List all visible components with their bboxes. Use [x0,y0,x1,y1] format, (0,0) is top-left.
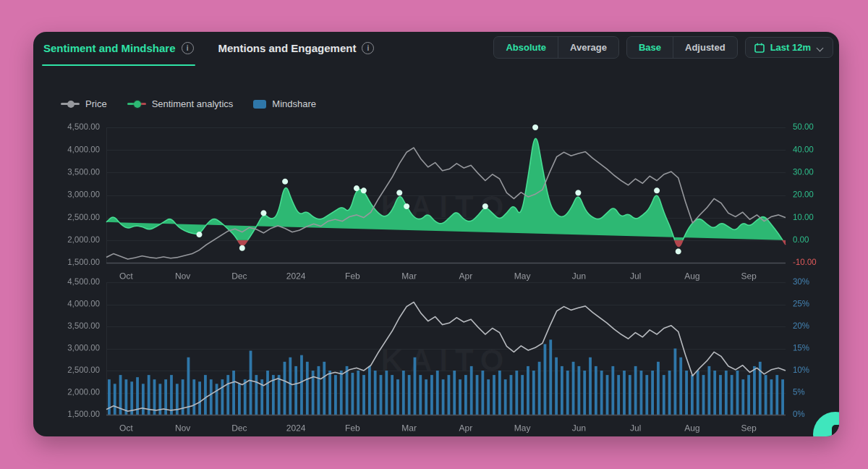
chart-legend: Price Sentiment analytics Mindshare [61,98,316,109]
sentiment-line-swatch-icon [127,103,146,105]
absolute-button[interactable]: Absolute [494,37,558,58]
info-icon[interactable] [362,42,374,54]
legend-label: Price [85,98,107,109]
tab-sentiment-mindshare[interactable]: Sentiment and Mindshare [42,39,195,66]
adjusted-button[interactable]: Adjusted [673,37,737,58]
info-icon[interactable] [182,42,194,54]
base-button[interactable]: Base [627,37,673,58]
tab-mentions-engagement[interactable]: Mentions and Engagement [217,39,376,66]
legend-label: Mindshare [272,98,316,109]
chart-controls: Absolute Average Base Adjusted Last 12m [493,36,833,59]
tab-bar: Sentiment and Mindshare Mentions and Eng… [42,39,375,66]
legend-label: Sentiment analytics [152,98,234,109]
legend-item-sentiment[interactable]: Sentiment analytics [127,98,234,109]
mindshare-bar-swatch-icon [253,100,266,109]
analytics-card: Sentiment and Mindshare Mentions and Eng… [33,32,839,436]
date-range-button[interactable]: Last 12m [745,37,833,58]
sentiment-price-chart[interactable] [33,122,839,284]
legend-item-mindshare[interactable]: Mindshare [253,98,316,109]
average-button[interactable]: Average [558,37,618,58]
price-line-swatch-icon [61,103,80,105]
chevron-down-icon [817,44,824,51]
tab-label: Sentiment and Mindshare [43,42,176,54]
page: { "header": { "tabs": [ {"label": "Senti… [0,0,868,469]
calendar-icon [754,43,765,53]
base-adjusted-toggle: Base Adjusted [626,36,738,59]
absolute-average-toggle: Absolute Average [493,36,618,59]
tab-label: Mentions and Engagement [218,42,357,54]
date-range-label: Last 12m [770,42,811,53]
legend-item-price[interactable]: Price [61,98,107,109]
mindshare-price-chart[interactable] [33,276,839,436]
